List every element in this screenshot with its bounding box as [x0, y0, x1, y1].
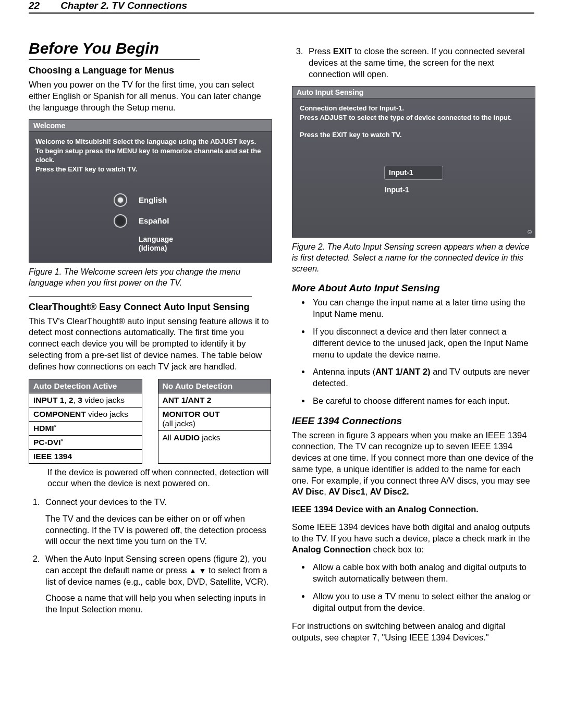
welcome-line: To begin setup press the MENU key to mem… [35, 146, 265, 165]
table-header: Auto Detection Active [29, 379, 142, 393]
bullet-list: Allow a cable box with both analog and d… [292, 562, 534, 613]
step-3: Press EXIT to close the screen. If you c… [305, 46, 534, 80]
table-row: COMPONENT video jacks [29, 407, 142, 421]
section-title: Before You Begin [29, 40, 271, 57]
table-row: HDMI* [29, 421, 142, 435]
page-header: 22 Chapter 2. TV Connections [29, 0, 534, 14]
bullet-list: You can change the input name at a later… [292, 297, 534, 406]
list-item: If you disconnect a device and then late… [311, 326, 534, 360]
input-name-field[interactable]: Input-1 [384, 166, 443, 180]
ais-line: Press the EXIT key to watch TV. [300, 130, 528, 140]
radio-icon [114, 193, 127, 207]
paragraph: For instructions on switching between an… [292, 621, 534, 644]
paragraph: The screen in figure 3 appears when you … [292, 430, 534, 498]
rule [29, 296, 252, 297]
table-footnote: If the device is powered off when connec… [47, 467, 271, 490]
subheading-ieee1394: IEEE 1394 Connections [292, 415, 534, 427]
table-row: IEEE 1394 [29, 449, 142, 463]
radio-label: English [139, 195, 167, 205]
table-row: MONITOR OUT(all jacks) [158, 407, 271, 430]
ais-titlebar: Auto Input Sensing [292, 87, 535, 98]
subheading-language: Choosing a Language for Menus [29, 65, 271, 76]
list-item: Be careful to choose different names for… [311, 396, 534, 407]
figure1-caption: Figure 1. The Welcome screen lets you ch… [29, 267, 271, 289]
welcome-line: Press the EXIT key to watch TV. [35, 165, 265, 174]
table-no-auto-detection: No Auto Detection ANT 1/ANT 2 MONITOR OU… [158, 379, 272, 464]
subheading-analog: IEEE 1394 Device with an Analog Connecti… [292, 504, 534, 515]
figure-auto-input-sensing: Auto Input Sensing Connection detected f… [292, 86, 535, 238]
figure-welcome-screen: Welcome Welcome to Mitsubishi! Select th… [29, 119, 272, 263]
list-item: Allow you to use a TV menu to select eit… [311, 591, 534, 614]
radio-icon [114, 214, 127, 228]
triangle-down-icon [199, 565, 206, 575]
subheading-clearthought: ClearThought® Easy Connect Auto Input Se… [29, 302, 271, 313]
radio-spanish[interactable]: Español [114, 214, 265, 228]
table-row: All AUDIO jacks [158, 430, 271, 445]
triangle-up-icon [189, 565, 197, 575]
corner-icon: © [528, 229, 532, 235]
welcome-line: Welcome to Mitsubishi! Select the langua… [35, 137, 265, 146]
rule [29, 59, 200, 60]
ais-line: Connection detected for Input-1. [300, 104, 528, 113]
step-2: When the Auto Input Sensing screen opens… [42, 553, 271, 615]
figure2-caption: Figure 2. The Auto Input Sensing screen … [292, 242, 534, 274]
radio-english[interactable]: English [114, 193, 265, 207]
table-header: No Auto Detection [158, 379, 271, 393]
paragraph: When you power on the TV for the first t… [29, 79, 271, 113]
welcome-titlebar: Welcome [29, 120, 272, 132]
list-item: You can change the input name at a later… [311, 297, 534, 320]
input-name-label: Input-1 [385, 185, 443, 195]
paragraph: This TV's ClearThought® auto input sensi… [29, 316, 271, 373]
table-row: ANT 1/ANT 2 [158, 393, 271, 407]
chapter-title: Chapter 2. TV Connections [60, 0, 187, 11]
table-row: PC-DVI* [29, 435, 142, 449]
page-number: 22 [29, 0, 40, 11]
subheading-more-about: More About Auto Input Sensing [292, 282, 534, 294]
step-1: Connect your devices to the TV. The TV a… [42, 497, 271, 547]
list-item: Allow a cable box with both analog and d… [311, 562, 534, 585]
language-caption-sub: (Idioma) [139, 244, 167, 252]
ais-line: Press ADJUST to select the type of devic… [300, 113, 528, 122]
table-auto-detection-active: Auto Detection Active INPUT 1, 2, 3 vide… [29, 379, 142, 464]
radio-label: Español [139, 216, 169, 226]
table-row: INPUT 1, 2, 3 video jacks [29, 393, 142, 407]
list-item: Antenna inputs (ANT 1/ANT 2) and TV outp… [311, 366, 534, 389]
paragraph: Some IEEE 1394 devices have both digital… [292, 522, 534, 556]
language-caption: Language [139, 235, 173, 243]
